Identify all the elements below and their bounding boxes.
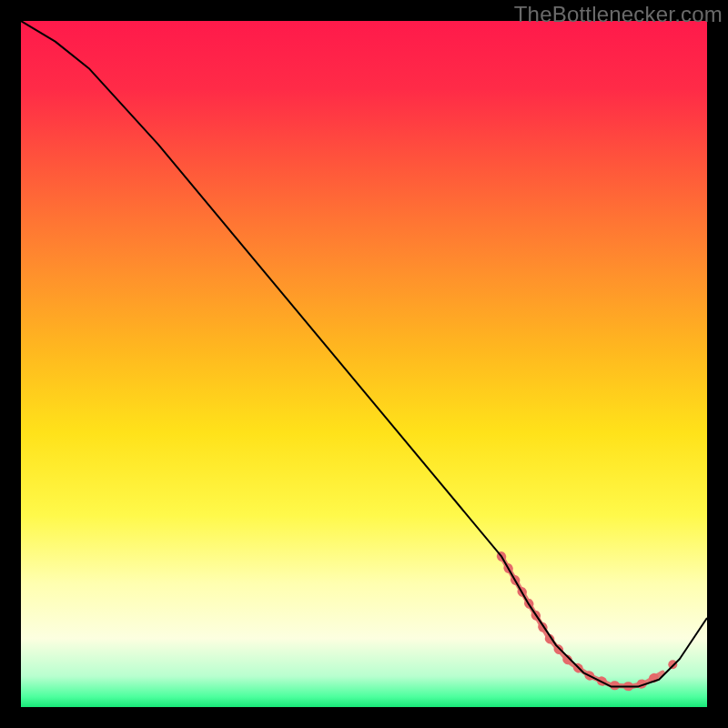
watermark-text: TheBottlenecker.com — [514, 2, 723, 27]
bottleneck-chart — [21, 21, 707, 707]
chart-frame — [21, 21, 707, 707]
gradient-background — [21, 21, 707, 707]
